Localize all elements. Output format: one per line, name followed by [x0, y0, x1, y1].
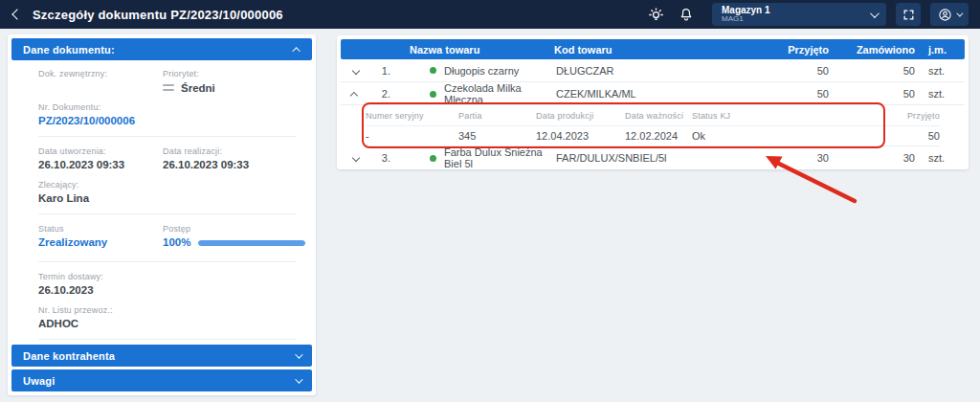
chevron-down-icon [352, 66, 360, 74]
field-postep: Postęp 100% [163, 224, 305, 249]
subtable-value-row: - 345 12.04.2023 12.02.2024 Ok 50 [366, 126, 940, 146]
expand-row-button[interactable] [341, 68, 371, 74]
col-zamowiono: Zamówiono [836, 44, 923, 56]
chevron-down-icon [295, 375, 302, 383]
col-jm: j.m. [923, 44, 965, 56]
panel-header-dane-dokumentu[interactable]: Dane dokumentu: [11, 38, 312, 60]
detail-status-kj: Ok [692, 130, 850, 142]
col-przyjeto: Przyjęto [741, 44, 836, 56]
panel-title: Uwagi [23, 375, 55, 387]
chevron-down-icon [295, 350, 302, 358]
field-priorytet: Priorytet: Średni [163, 69, 302, 94]
topbar: Szczegóły dokumentu PZ/2023/10/000006 Ma… [0, 0, 980, 29]
col-data-produkcji: Data produkcji [536, 111, 625, 121]
chevron-up-icon [292, 47, 300, 55]
item-code: DŁUGCZAR [554, 65, 741, 77]
divider [38, 136, 297, 137]
field-zlecajacy: Zlecający: Karo Lina [38, 180, 302, 205]
detail-przyjeto: 50 [850, 130, 940, 142]
warehouse-dropdown[interactable]: Magazyn 1 MAG1 [712, 3, 886, 26]
row-details-subtable: Numer seryjny Partia Data produkcji Data… [341, 105, 965, 146]
item-status-dot [430, 155, 436, 162]
item-jm: szt. [923, 152, 965, 164]
chevron-down-icon [870, 9, 880, 18]
panel-header-uwagi[interactable]: Uwagi [11, 369, 312, 391]
progress-percent: 100% [163, 236, 190, 249]
col-numer-seryjny: Numer seryjny [366, 111, 458, 121]
subtable-header-row: Numer seryjny Partia Data produkcji Data… [366, 105, 940, 126]
warehouse-code: MAG1 [722, 15, 770, 23]
fullscreen-button[interactable] [896, 3, 921, 26]
priority-medium-icon [163, 84, 174, 91]
detail-numer-seryjny: - [366, 130, 458, 142]
divider [38, 213, 297, 214]
detail-partia: 345 [458, 130, 536, 142]
col-status-kj: Status KJ [692, 111, 850, 121]
field-nr-dokumentu: Nr. Dokumentu: PZ/2023/10/000006 [38, 102, 302, 127]
item-name: Czekolada Milka Mleczna [444, 82, 554, 105]
divider [38, 261, 297, 262]
field-dok-zewnetrzny: Dok. zewnętrzny: [38, 69, 163, 94]
item-name: Farba Dulux Śnieżna Biel 5l [444, 146, 554, 169]
page-title: Szczegóły dokumentu PZ/2023/10/000006 [33, 8, 283, 22]
field-data-realizacji: Data realizacji: 26.10.2023 09:33 [163, 146, 302, 171]
col-data-waznosci: Data ważności [625, 111, 692, 121]
back-chevron-icon[interactable] [11, 9, 22, 19]
panel-header-dane-kontrahenta[interactable]: Dane kontrahenta [11, 345, 312, 367]
divider [38, 339, 297, 340]
panel-title: Dane dokumentu: [23, 44, 115, 56]
panel-title: Dane kontrahenta [23, 350, 115, 362]
item-zamowiono: 50 [836, 88, 923, 100]
bell-icon[interactable] [676, 4, 697, 25]
item-jm: szt. [923, 88, 965, 100]
table-header-row: Nazwa towaru Kod towaru Przyjęto Zamówio… [341, 39, 965, 59]
document-fields: Dok. zewnętrzny: Priorytet: Średni Nr. D… [11, 60, 312, 342]
item-code: CZEK/MILKA/ML [554, 88, 741, 100]
field-termin-dostawy: Termin dostawy: 26.10.2023 [38, 272, 302, 297]
col-nazwa-towaru: Nazwa towaru [404, 44, 554, 56]
detail-data-waznosci: 12.02.2024 [625, 130, 692, 142]
table-row: 3. Farba Dulux Śnieżna Biel 5l FAR/DULUX… [341, 146, 965, 169]
item-jm: szt. [923, 65, 965, 77]
col-kod-towaru: Kod towaru [554, 44, 741, 56]
user-menu-button[interactable] [930, 3, 969, 26]
item-zamowiono: 50 [836, 65, 923, 77]
item-status-dot [430, 91, 436, 98]
detail-data-produkcji: 12.04.2023 [536, 130, 625, 142]
item-przyjeto: 50 [741, 65, 836, 77]
user-account-icon [938, 8, 952, 22]
chevron-down-icon [352, 154, 360, 162]
table-row: 1. Długopis czarny DŁUGCZAR 50 50 szt. [341, 59, 965, 82]
item-status-dot [430, 67, 436, 74]
item-przyjeto: 50 [741, 88, 836, 100]
item-name: Długopis czarny [444, 65, 519, 77]
document-details-sidebar: Dane dokumentu: Dok. zewnętrzny: Prioryt… [8, 34, 316, 395]
collapse-row-button[interactable] [341, 91, 371, 97]
chevron-down-icon [956, 10, 963, 16]
item-code: FAR/DULUX/SNBIEL/5l [554, 152, 741, 164]
status-badge: Zrealizowany [38, 236, 163, 249]
fullscreen-icon [902, 9, 915, 21]
document-number-link[interactable]: PZ/2023/10/000006 [38, 115, 302, 127]
field-nr-listu: Nr. Listu przewoz.: ADHOC [38, 305, 302, 330]
field-data-utworzenia: Data utworzenia: 26.10.2023 09:33 [38, 146, 163, 171]
col-przyjeto: Przyjęto [850, 111, 940, 121]
chevron-up-icon [350, 92, 358, 100]
col-partia: Partia [458, 111, 536, 121]
field-status: Status Zrealizowany [38, 224, 163, 249]
table-row: 2. Czekolada Milka Mleczna CZEK/MILKA/ML… [341, 82, 965, 105]
item-przyjeto: 30 [741, 152, 836, 164]
item-zamowiono: 30 [836, 152, 923, 164]
progress-bar [198, 240, 305, 246]
items-table-card: Nazwa towaru Kod towaru Przyjęto Zamówio… [337, 35, 969, 169]
bulb-icon[interactable] [645, 4, 666, 25]
expand-row-button[interactable] [341, 155, 371, 161]
